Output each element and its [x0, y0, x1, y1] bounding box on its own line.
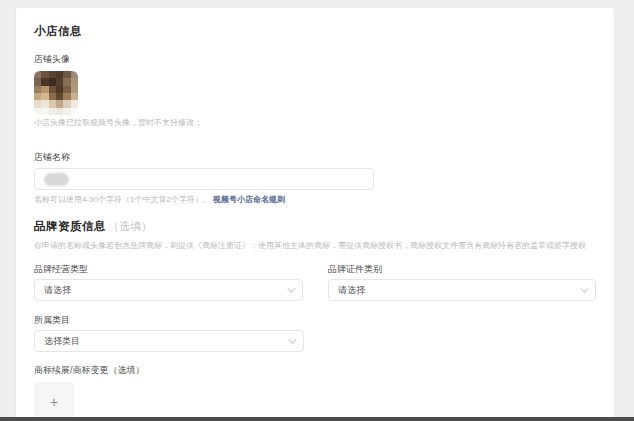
shop-avatar-image: [34, 71, 78, 115]
avatar-note: 小店头像已拉取视频号头像，暂时不支持修改；: [34, 118, 596, 128]
naming-rules-link[interactable]: 视频号小店命名规则: [213, 195, 285, 204]
shop-name-note: 名称可以使用4-30个字符（1个中文算2个字符）。视频号小店命名规则: [34, 195, 596, 205]
brand-type-select[interactable]: 请选择: [34, 279, 303, 301]
brand-section-description: 你申请的名称或头像若包含品牌商标，则提供《商标注册证》；使用其他主体的商标，需提…: [34, 241, 596, 251]
redacted-shop-name-value: [44, 173, 69, 186]
cert-type-placeholder: 请选择: [338, 284, 365, 297]
window-bottom-border: [0, 417, 634, 421]
chevron-down-icon: [288, 335, 296, 343]
brand-type-label: 品牌经营类型: [34, 264, 303, 275]
trademark-upload-button[interactable]: +: [34, 382, 74, 421]
category-placeholder: 选择类目: [44, 335, 80, 348]
page-title: 小店信息: [34, 24, 596, 39]
brand-type-placeholder: 请选择: [44, 284, 71, 297]
shop-name-note-text: 名称可以使用4-30个字符（1个中文算2个字符）。: [34, 195, 211, 204]
chevron-down-icon: [580, 284, 588, 292]
plus-icon: +: [50, 395, 58, 409]
chevron-down-icon: [287, 284, 295, 292]
brand-section-title: 品牌资质信息: [34, 219, 106, 234]
shop-name-label: 店铺名称: [34, 152, 596, 163]
shop-name-input[interactable]: [34, 168, 374, 190]
avatar-label: 店铺头像: [34, 54, 596, 65]
brand-section-header: 品牌资质信息 （选填）: [34, 219, 596, 234]
category-label: 所属类目: [34, 315, 596, 326]
shop-info-card: 小店信息 店铺头像 小店头像已拉取视频号头像，暂时不支持修改； 店铺名称 名称可…: [15, 7, 615, 421]
category-select[interactable]: 选择类目: [34, 330, 304, 352]
trademark-label: 商标续展/商标变更（选填）: [34, 365, 596, 376]
cert-type-label: 品牌证件类别: [328, 264, 596, 275]
cert-type-select[interactable]: 请选择: [328, 279, 596, 301]
brand-selects-row: 品牌经营类型 请选择 品牌证件类别 请选择: [34, 264, 596, 301]
brand-section-optional-tag: （选填）: [108, 219, 152, 234]
